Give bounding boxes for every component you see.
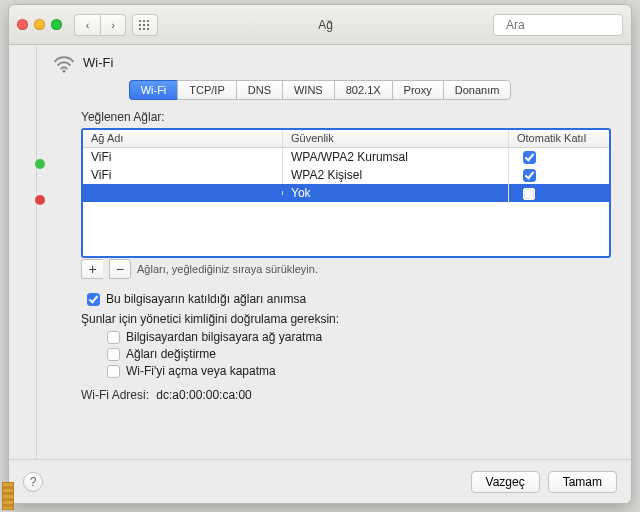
add-network-button[interactable]: + (81, 259, 103, 279)
table-header: Ağ Adı Güvenlik Otomatik Katıl (83, 130, 609, 148)
svg-rect-3 (139, 24, 141, 26)
ok-button[interactable]: Tamam (548, 471, 617, 493)
preferred-networks-label: Yeğlenen Ağlar: (81, 110, 611, 124)
cell-name (83, 191, 283, 195)
tab-tcpip[interactable]: TCP/IP (177, 80, 235, 100)
checkbox-admin-toggle-wifi[interactable] (107, 365, 120, 378)
sidebar-sliver (17, 45, 37, 503)
minimize-icon[interactable] (34, 19, 45, 30)
table-row[interactable]: Yok (83, 184, 609, 202)
checkbox-auto-join[interactable] (523, 188, 535, 200)
window-controls (17, 19, 62, 30)
cell-security: WPA2 Kişisel (283, 166, 509, 184)
service-title: Wi-Fi (83, 55, 113, 70)
checkbox-auto-join[interactable] (523, 151, 536, 164)
col-network-name[interactable]: Ağ Adı (83, 130, 283, 147)
back-button[interactable]: ‹ (74, 14, 100, 36)
admin-change-networks-option[interactable]: Ağları değiştirme (101, 347, 611, 361)
wifi-icon (53, 55, 75, 73)
zoom-icon[interactable] (51, 19, 62, 30)
help-button[interactable]: ? (23, 472, 43, 492)
toolbar: ‹ › Ağ (9, 5, 631, 45)
grid-icon (139, 20, 151, 30)
option-label: Bilgisayardan bilgisayara ağ yaratma (126, 330, 322, 344)
svg-rect-7 (143, 28, 145, 30)
nav-back-forward: ‹ › (74, 14, 126, 36)
window-title: Ağ (164, 18, 487, 32)
footer: ? Vazgeç Tamam (9, 459, 631, 503)
ruler-icon (2, 482, 14, 510)
tab-bar: Wi-Fi TCP/IP DNS WINS 802.1X Proxy Donan… (129, 80, 512, 100)
col-security[interactable]: Güvenlik (283, 130, 509, 147)
svg-rect-6 (139, 28, 141, 30)
checkbox-auto-join[interactable] (523, 169, 536, 182)
admin-create-adhoc-option[interactable]: Bilgisayardan bilgisayara ağ yaratma (101, 330, 611, 344)
cancel-button[interactable]: Vazgeç (471, 471, 540, 493)
wifi-address-value: dc:a0:00:00:ca:00 (156, 388, 251, 402)
cell-auto[interactable] (509, 184, 609, 202)
admin-toggle-wifi-option[interactable]: Wi-Fi'yi açma veya kapatma (101, 364, 611, 378)
cell-auto[interactable] (509, 148, 609, 166)
remember-label: Bu bilgisayarın katıldığı ağları anımsa (106, 292, 306, 306)
svg-rect-0 (139, 20, 141, 22)
tab-wins[interactable]: WINS (282, 80, 334, 100)
checkbox-admin-create-adhoc[interactable] (107, 331, 120, 344)
table-body: ViFi WPA/WPA2 Kurumsal ViFi WPA2 Kişisel… (83, 148, 609, 202)
preferences-window: ‹ › Ağ Wi-Fi Wi-Fi TCP/IP DNS WINS 802.1… (8, 4, 632, 504)
svg-rect-5 (147, 24, 149, 26)
svg-rect-8 (147, 28, 149, 30)
show-all-button[interactable] (132, 14, 158, 36)
tab-wifi[interactable]: Wi-Fi (129, 80, 178, 100)
options: Bu bilgisayarın katıldığı ağları anımsa … (81, 292, 611, 402)
preferred-networks-table[interactable]: Ağ Adı Güvenlik Otomatik Katıl ViFi WPA/… (81, 128, 611, 258)
checkbox-remember[interactable] (87, 293, 100, 306)
remove-network-button[interactable]: − (109, 259, 131, 279)
tab-content-wifi: Yeğlenen Ağlar: Ağ Adı Güvenlik Otomatik… (81, 110, 611, 402)
status-dot-red-icon (35, 195, 45, 205)
close-icon[interactable] (17, 19, 28, 30)
svg-rect-1 (143, 20, 145, 22)
wifi-address-label: Wi-Fi Adresi: (81, 388, 149, 402)
svg-rect-4 (143, 24, 145, 26)
search-field[interactable] (493, 14, 623, 36)
cell-name: ViFi (83, 166, 283, 184)
svg-rect-2 (147, 20, 149, 22)
option-label: Wi-Fi'yi açma veya kapatma (126, 364, 276, 378)
tab-hardware[interactable]: Donanım (443, 80, 512, 100)
cell-security: WPA/WPA2 Kurumsal (283, 148, 509, 166)
svg-point-11 (63, 70, 66, 73)
checkbox-admin-change-networks[interactable] (107, 348, 120, 361)
drag-hint: Ağları, yeğlediğiniz sıraya sürükleyin. (137, 263, 318, 275)
option-label: Ağları değiştirme (126, 347, 216, 361)
forward-button[interactable]: › (100, 14, 126, 36)
table-row[interactable]: ViFi WPA/WPA2 Kurumsal (83, 148, 609, 166)
cell-auto[interactable] (509, 166, 609, 184)
admin-auth-label: Şunlar için yönetici kimliğini doğrulama… (81, 312, 611, 326)
cell-name: ViFi (83, 148, 283, 166)
tab-proxy[interactable]: Proxy (392, 80, 443, 100)
table-actions: + − Ağları, yeğlediğiniz sıraya sürükley… (81, 258, 611, 280)
table-row[interactable]: ViFi WPA2 Kişisel (83, 166, 609, 184)
tab-dns[interactable]: DNS (236, 80, 282, 100)
cell-security: Yok (283, 184, 509, 202)
search-input[interactable] (504, 17, 632, 33)
col-auto-join[interactable]: Otomatik Katıl (509, 130, 609, 147)
tab-8021x[interactable]: 802.1X (334, 80, 392, 100)
wifi-address-row: Wi-Fi Adresi: dc:a0:00:00:ca:00 (81, 388, 611, 402)
status-dot-green-icon (35, 159, 45, 169)
remember-networks-option[interactable]: Bu bilgisayarın katıldığı ağları anımsa (81, 292, 611, 306)
service-header: Wi-Fi (9, 45, 631, 74)
